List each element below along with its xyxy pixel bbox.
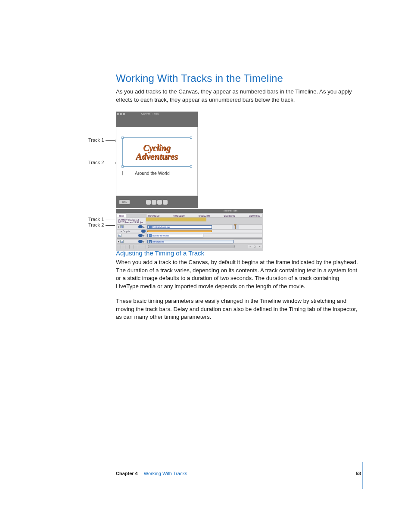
menu-icon[interactable]: ▸ xyxy=(143,240,145,243)
page-footer: Chapter 4 Working With Tracks 53 xyxy=(116,471,361,476)
body-paragraph: These basic timing parameters are easily… xyxy=(116,297,361,321)
callout-canvas-track1: Track 1 xyxy=(88,137,104,143)
canvas-toolbar: 80% xyxy=(116,196,198,208)
canvas-track1-box[interactable]: Cycling Adventures xyxy=(122,137,191,167)
section-heading: Working With Tracks in the Timeline xyxy=(116,72,361,84)
track-number: 01 xyxy=(120,225,124,228)
canvas-window: Canvas: Titles Cycling Adventures Around… xyxy=(116,112,198,208)
clip-label: CyclingAdventures xyxy=(152,226,170,228)
canvas-title-line2: Adventures xyxy=(136,152,178,161)
callout-label: Track 1 xyxy=(88,137,104,143)
zoom-out-icon[interactable]: − xyxy=(250,245,251,248)
visibility-icon[interactable] xyxy=(138,234,143,237)
visibility-icon[interactable] xyxy=(138,225,143,228)
clip-type-icon: T xyxy=(149,226,152,228)
timeline-clip[interactable]: T CyclingAdventures xyxy=(147,225,212,229)
menu-icon[interactable]: ▸ xyxy=(143,225,145,228)
timeline-effect-row[interactable] xyxy=(146,229,262,233)
zoom-fit-icon[interactable]: ▢ xyxy=(254,245,256,248)
ruler-tick: 0:00:02;00 xyxy=(199,215,210,217)
timeline-footer-tools[interactable] xyxy=(117,245,146,249)
timeline-work-area[interactable] xyxy=(146,218,206,221)
disclose-icon[interactable] xyxy=(118,226,119,228)
ruler-tick: 0:00:00;00 xyxy=(148,215,159,217)
callout-timeline-track1: Track 1 xyxy=(88,217,104,222)
canvas-track2-box[interactable]: Around the World xyxy=(122,170,191,176)
menu-icon[interactable]: ▸ xyxy=(143,234,145,237)
footer-chapter-title: Working With Tracks xyxy=(144,471,187,476)
timeline-track-header[interactable]: 01 ▸ xyxy=(117,224,146,229)
intro-paragraph: As you add tracks to the Canvas, they ap… xyxy=(116,88,361,104)
timeline-titlebar: Timeline: Titles xyxy=(116,209,263,213)
timeline-track-header[interactable]: 02 ▸ xyxy=(117,233,146,238)
timeline-window-title: Timeline: Titles xyxy=(223,209,237,213)
callout-canvas-track2: Track 2 xyxy=(88,160,104,165)
timeline-clip[interactable]: ▣ Atmospheric xyxy=(147,240,234,243)
transport-next-icon[interactable] xyxy=(157,200,162,205)
timeline-track-header[interactable]: 03 ▸ xyxy=(117,239,146,244)
ruler-tick: 0:00:04;00 xyxy=(249,215,260,217)
timeline-clip[interactable]: T Around the World xyxy=(147,234,203,237)
timeline-track-row[interactable]: T Around the World xyxy=(146,233,262,238)
transport-play-icon[interactable] xyxy=(152,200,156,205)
effect-label: Drop In xyxy=(123,230,130,233)
callout-label: Track 2 xyxy=(88,160,104,165)
visibility-icon[interactable] xyxy=(138,240,143,243)
callout-timeline-track2: Track 2 xyxy=(88,222,104,227)
selection-range xyxy=(232,225,239,229)
footer-chapter: Chapter 4 xyxy=(116,471,138,476)
timeline-zoom[interactable]: − ▢ + xyxy=(248,245,262,248)
timeline-tab[interactable]: Titles xyxy=(117,214,126,218)
visibility-icon[interactable] xyxy=(141,230,146,233)
clip-label: Atmospheric xyxy=(152,240,164,243)
timeline-scrollbar[interactable] xyxy=(148,245,235,248)
canvas-title-line1: Cycling xyxy=(136,143,178,152)
disclose-icon[interactable] xyxy=(118,241,119,243)
transport-loop-icon[interactable] xyxy=(163,200,168,205)
body-paragraph: When you add a track to the Canvas, by d… xyxy=(116,258,361,290)
effect-bar[interactable] xyxy=(147,230,212,232)
timeline-ruler[interactable]: 0:00:00;00 0:00:01;00 0:00:02;00 0:00:03… xyxy=(146,214,262,218)
timeline-window: Timeline: Titles Titles Duration 0:00:03… xyxy=(116,209,263,251)
timeline-track-row[interactable]: T CyclingAdventures xyxy=(146,224,262,229)
timeline-track-row[interactable]: ▣ Atmospheric xyxy=(146,239,262,244)
track-number: 03 xyxy=(120,240,124,243)
canvas-window-title: Canvas: Titles xyxy=(141,112,159,115)
callout-label: Track 2 xyxy=(88,222,104,227)
canvas-area[interactable]: Cycling Adventures Around the World xyxy=(116,127,198,196)
footer-page-number: 53 xyxy=(356,471,361,476)
footer-rule xyxy=(362,462,363,489)
transport-buttons[interactable] xyxy=(146,200,168,205)
figure: Track 1 Track 2 Track 1 Track 2 xyxy=(92,112,361,241)
zoom-in-icon[interactable]: + xyxy=(259,245,261,248)
clip-type-icon: T xyxy=(149,234,152,237)
window-controls[interactable] xyxy=(117,113,125,115)
transport-prev-icon[interactable] xyxy=(146,200,151,205)
ruler-tick: 0:00:03;00 xyxy=(224,215,235,217)
track-number: 02 xyxy=(118,234,121,237)
timeline-fps: 1/120 Frames 29.97 fps xyxy=(118,221,145,224)
timeline-meta: Duration 0:00:03;13 1/120 Frames 29.97 f… xyxy=(117,218,146,224)
zoom-chip[interactable]: 80% xyxy=(119,200,130,204)
canvas-subtitle: Around the World xyxy=(135,171,170,176)
canvas-titlebar: Canvas: Titles xyxy=(116,112,198,116)
ruler-tick: 0:00:01;00 xyxy=(174,215,185,217)
timeline-effect-header[interactable]: ▾ Drop In xyxy=(117,229,146,233)
clip-type-icon: ▣ xyxy=(149,240,152,243)
clip-label: Around the World xyxy=(152,234,169,237)
callout-label: Track 1 xyxy=(88,217,104,222)
